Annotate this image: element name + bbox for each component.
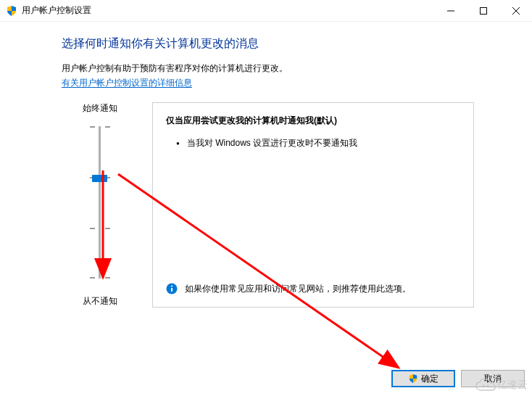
titlebar: 用户帐户控制设置 xyxy=(0,0,532,22)
slider-bottom-label: 从不通知 xyxy=(83,295,117,308)
svg-rect-5 xyxy=(171,288,173,292)
window-title: 用户帐户控制设置 xyxy=(22,4,434,17)
slider-thumb[interactable] xyxy=(92,175,107,182)
info-icon xyxy=(166,283,178,294)
dialog-buttons: 确定 取消 xyxy=(391,370,525,387)
content-area: 选择何时通知你有关计算机更改的消息 用户帐户控制有助于预防有害程序对你的计算机进… xyxy=(0,22,532,308)
svg-point-6 xyxy=(171,286,173,287)
learn-more-link[interactable]: 有关用户帐户控制设置的详细信息 xyxy=(62,78,192,88)
ok-button-label: 确定 xyxy=(421,373,439,385)
window-controls xyxy=(434,0,532,22)
notification-slider[interactable] xyxy=(99,126,101,282)
cancel-button-label: 取消 xyxy=(484,373,502,385)
slider-section: 始终通知 从不通知 仅当应用尝试更改我的计算机时通知我(默认) 当我对 Wind… xyxy=(62,102,474,308)
panel-bullet: 当我对 Windows 设置进行更改时不要通知我 xyxy=(176,137,460,150)
uac-shield-icon xyxy=(6,5,17,17)
panel-title: 仅当应用尝试更改我的计算机时通知我(默认) xyxy=(166,115,460,127)
svg-rect-1 xyxy=(480,7,486,14)
recommendation-text: 如果你使用常见应用和访问常见网站，则推荐使用此选项。 xyxy=(185,283,411,295)
close-button[interactable] xyxy=(499,0,532,22)
maximize-button[interactable] xyxy=(467,0,499,22)
panel-recommendation: 如果你使用常见应用和访问常见网站，则推荐使用此选项。 xyxy=(166,283,460,295)
slider-top-label: 始终通知 xyxy=(83,102,117,115)
minimize-button[interactable] xyxy=(434,0,467,22)
ok-button[interactable]: 确定 xyxy=(391,370,455,387)
info-panel: 仅当应用尝试更改我的计算机时通知我(默认) 当我对 Windows 设置进行更改… xyxy=(152,102,474,308)
shield-icon xyxy=(408,374,418,384)
cancel-button[interactable]: 取消 xyxy=(461,370,525,387)
page-heading: 选择何时通知你有关计算机更改的消息 xyxy=(62,36,474,51)
panel-bullet-text: 当我对 Windows 设置进行更改时不要通知我 xyxy=(187,137,357,150)
slider-column: 始终通知 从不通知 xyxy=(62,102,138,308)
page-description: 用户帐户控制有助于预防有害程序对你的计算机进行更改。 xyxy=(62,62,474,75)
